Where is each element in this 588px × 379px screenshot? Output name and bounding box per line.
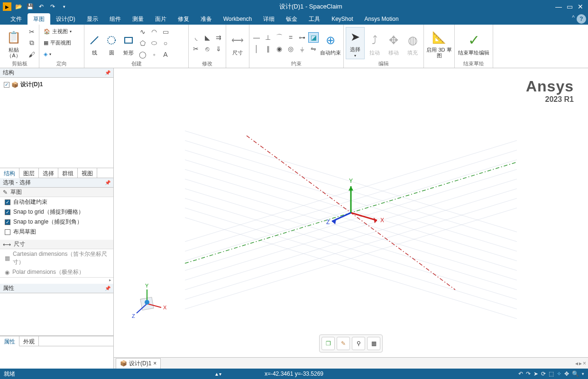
cut-icon[interactable]: ✂ [27,27,37,37]
tab-file[interactable]: 文件 [5,13,28,25]
qa-more-icon[interactable]: ▾ [60,2,68,11]
midpoint-constraint-icon[interactable]: ⊶ [297,32,307,43]
close-tab-icon[interactable]: × [153,360,156,367]
close-icon[interactable]: ✕ [578,3,583,10]
dimension-button[interactable]: ⟷ 尺寸 [228,31,247,55]
circle-button[interactable]: 圆 [103,31,119,55]
horiz-constraint-icon[interactable]: — [251,32,262,43]
tab-next-icon[interactable]: ▸ [579,360,582,367]
tab-tools[interactable]: 工具 [303,13,326,25]
tab-facet[interactable]: 面片 [149,13,172,25]
perp-constraint-icon[interactable]: ⊥ [263,32,273,43]
tab-prev-icon[interactable]: ◂ [575,360,578,367]
document-tab[interactable]: 📦 设计(D)1 × [116,358,161,369]
btab-structure[interactable]: 结构 [0,168,19,178]
fillet-icon[interactable]: ◟ [191,32,201,43]
construction-rect-icon[interactable]: ▭ [160,27,171,37]
tab-design[interactable]: 设计(D) [50,13,81,25]
view-cube-icon[interactable]: ❒ [322,337,335,350]
collapse-ribbon-icon[interactable]: ^ [572,14,575,24]
btab-props[interactable]: 属性 [0,336,19,346]
btab-appearance[interactable]: 外观 [19,336,39,346]
view-grid-icon[interactable]: ▦ [367,337,380,350]
text-sketch-icon[interactable]: A [160,49,171,60]
equal-constraint-icon[interactable]: = [285,32,296,43]
tab-keyshot[interactable]: KeyShot [326,13,358,25]
structure-tree[interactable]: ✓ 📦 设计(D)1 [0,78,113,168]
sb-more-icon[interactable]: ▾ [582,371,584,376]
iso-view-button[interactable]: ◈▾ [41,49,82,60]
offset-icon[interactable]: ⇉ [213,32,224,43]
coincident-constraint-icon[interactable]: ◉ [274,44,285,54]
show-constraints-icon[interactable]: ◪ [308,32,319,43]
end-sketch-button[interactable]: ✓ 结束草绘编辑 [457,31,491,55]
tab-detail[interactable]: 详细 [257,13,280,25]
help-icon[interactable]: ? [577,14,586,24]
tab-close-all-icon[interactable]: × [583,360,586,367]
tab-workbench[interactable]: Workbench [218,13,257,25]
pin-icon[interactable]: 📌 [105,180,110,185]
qa-save-icon[interactable]: 💾 [26,2,34,11]
tangent-constraint-icon[interactable]: ⌒ [274,32,285,43]
fix-constraint-icon[interactable]: ⏚ [297,44,307,54]
qa-play-icon[interactable]: ▶ [3,2,11,11]
sb-box-select-icon[interactable]: ⬚ [549,370,554,377]
arc3pt-icon[interactable]: ◠ [149,27,159,37]
vert-constraint-icon[interactable]: │ [251,44,262,54]
copy-icon[interactable]: ⧉ [27,38,37,48]
polygon-icon[interactable]: ⬠ [138,38,148,48]
enable-3d-sketch-button[interactable]: 📐 启用 3D 草图 [426,28,452,58]
split-icon[interactable]: ⎋ [202,44,212,54]
format-painter-icon[interactable]: 🖌 [27,49,37,60]
view-triad[interactable]: X Y Z [128,280,171,324]
tree-root[interactable]: ✓ 📦 设计(D)1 [4,80,110,90]
select-button[interactable]: ➤ 选择▾ [346,27,365,59]
pin-icon[interactable]: 📌 [105,286,110,291]
qa-open-icon[interactable]: 📂 [14,2,23,11]
btab-selection[interactable]: 选择 [39,168,58,178]
auto-constrain-button[interactable]: ⊕ 自动约束 [320,31,341,55]
minimize-icon[interactable]: — [555,3,562,10]
opt-snap-angle[interactable]: ✓Snap to angle（捕捉到角） [0,217,113,227]
qa-undo-icon[interactable]: ↶ [37,2,46,11]
btab-groups[interactable]: 群组 [58,168,78,178]
opt-snap-grid[interactable]: ✓Snap to grid（捕捉到栅格） [0,207,113,217]
tab-prepare[interactable]: 准备 [195,13,218,25]
maximize-icon[interactable]: ▭ [567,3,573,10]
plan-view-button[interactable]: ▦平面视图 [41,38,82,48]
canvas[interactable]: X Y Z Ansys 2023 R1 X Y Z [114,68,588,357]
concentric-constraint-icon[interactable]: ◎ [285,44,296,54]
rect-button[interactable]: 矩形 [120,31,137,55]
symmetry-constraint-icon[interactable]: ⇋ [308,44,319,54]
sb-undo-icon[interactable]: ↶ [518,370,523,377]
opt-layout-sketch[interactable]: 布局草图 [0,227,113,237]
opt-cartesian[interactable]: ▦ Cartesian dimensions（笛卡尔坐标尺寸） [0,249,113,267]
paste-button[interactable]: 📋 粘贴（A） [2,28,26,58]
pin-icon[interactable]: 📌 [105,70,110,75]
slot-icon[interactable]: ⬭ [149,38,159,48]
tab-display[interactable]: 显示 [81,13,104,25]
sb-cursor-icon[interactable]: ➤ [533,370,538,377]
trim-icon[interactable]: ✂ [191,44,201,54]
tab-sketch[interactable]: 草图 [28,13,50,25]
project-icon[interactable]: ⇓ [213,44,224,54]
spline-icon[interactable]: ∿ [138,27,148,37]
sb-redo-icon[interactable]: ↷ [526,370,531,377]
home-view-button[interactable]: 🏠主视图▾ [41,27,82,37]
line-button[interactable]: 线 [86,31,102,55]
construction-circle-icon[interactable]: ○ [160,38,171,48]
tab-component[interactable]: 组件 [104,13,127,25]
qa-redo-icon[interactable]: ↷ [48,2,57,11]
view-axes-icon[interactable]: ⚲ [352,337,365,350]
btab-views[interactable]: 视图 [78,168,97,178]
sketch-options-header[interactable]: ✎ 草图 [0,188,113,197]
opt-polar[interactable]: ◉ Polar dimensions（极坐标） [0,267,113,277]
btab-layers[interactable]: 图层 [19,168,39,178]
dim-options-header[interactable]: ⟷ 尺寸 [0,240,113,249]
opt-auto-constraint[interactable]: ✓自动创建约束 [0,197,113,207]
chamfer-icon[interactable]: ◣ [202,32,212,43]
view-sketch-icon[interactable]: ✎ [337,337,350,350]
sb-spin-icon[interactable]: ⟳ [541,370,546,377]
tab-ansysmotion[interactable]: Ansys Motion [359,13,404,25]
parallel-constraint-icon[interactable]: ∥ [263,44,273,54]
